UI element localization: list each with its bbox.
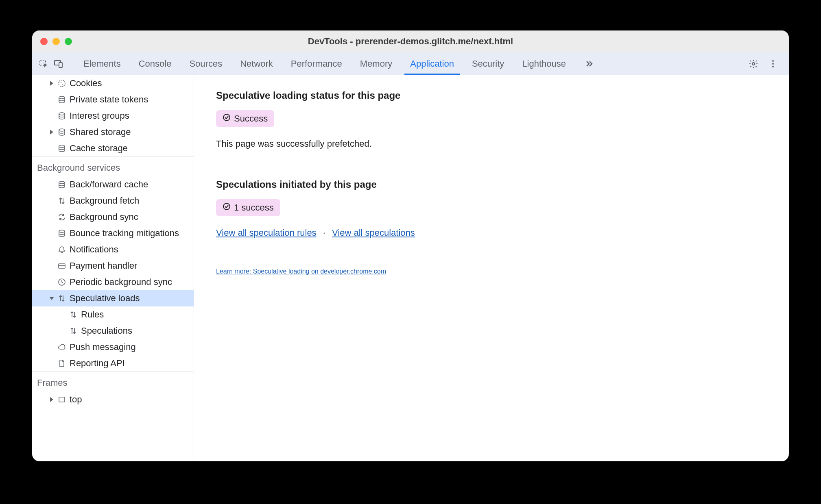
learn-more-link[interactable]: Learn more: Speculative loading on devel… <box>216 268 386 275</box>
panel-tabs: Elements Console Sources Network Perform… <box>74 52 745 75</box>
device-toggle-icon[interactable] <box>52 58 65 70</box>
view-rules-link[interactable]: View all speculation rules <box>216 228 317 238</box>
sidebar-item-label: Speculative loads <box>70 293 140 304</box>
sidebar-item-label: Background sync <box>70 212 138 222</box>
svg-point-13 <box>59 145 65 148</box>
database-icon <box>57 144 66 153</box>
sidebar-item-label: Reporting API <box>70 358 125 369</box>
svg-point-14 <box>59 181 65 184</box>
svg-rect-2 <box>59 63 62 67</box>
svg-point-12 <box>59 129 65 131</box>
status-badge: Success <box>216 110 274 127</box>
zoom-button[interactable] <box>65 38 72 45</box>
check-circle-icon <box>223 202 231 213</box>
status-description: This page was successfully prefetched. <box>216 139 767 149</box>
sidebar-item-label: Private state tokens <box>70 94 148 105</box>
sidebar-item-label: Cookies <box>70 78 102 89</box>
sync-icon <box>57 213 66 222</box>
separator-dot: · <box>323 228 325 238</box>
sidebar-item-cache-storage[interactable]: Cache storage <box>32 140 194 156</box>
close-button[interactable] <box>40 38 48 45</box>
database-icon <box>57 95 66 104</box>
sidebar-item-label: Cache storage <box>70 143 128 154</box>
check-circle-icon <box>223 113 231 124</box>
sidebar-item-push[interactable]: Push messaging <box>32 339 194 355</box>
svg-point-11 <box>59 113 65 115</box>
sidebar-item-speculative[interactable]: Speculative loads <box>32 290 194 306</box>
sidebar-item-bg-fetch[interactable]: Background fetch <box>32 193 194 209</box>
tab-console[interactable]: Console <box>130 52 181 75</box>
tab-application[interactable]: Application <box>401 52 463 75</box>
svg-rect-18 <box>59 397 65 402</box>
sidebar-item-periodic[interactable]: Periodic background sync <box>32 274 194 290</box>
sidebar-item-label: Background fetch <box>70 196 139 206</box>
database-icon <box>57 180 66 189</box>
sidebar-item-payment[interactable]: Payment handler <box>32 258 194 274</box>
sidebar-item-bounce[interactable]: Bounce tracking mitigations <box>32 225 194 241</box>
svg-point-10 <box>59 96 65 99</box>
status-badge-label: Success <box>234 113 268 124</box>
document-icon <box>57 359 66 368</box>
inspect-element-icon[interactable] <box>38 58 50 70</box>
sidebar-item-notifications[interactable]: Notifications <box>32 241 194 258</box>
more-icon[interactable] <box>767 58 779 70</box>
sidebar-item-reporting[interactable]: Reporting API <box>32 355 194 371</box>
initiated-badge-label: 1 success <box>234 202 274 213</box>
status-section: Speculative loading status for this page… <box>194 75 789 164</box>
sidebar-item-interest-groups[interactable]: Interest groups <box>32 108 194 124</box>
sidebar-item-label: Back/forward cache <box>70 179 148 190</box>
sidebar-item-speculations[interactable]: Speculations <box>32 323 194 339</box>
clock-icon <box>57 278 66 287</box>
sidebar-item-bfcache[interactable]: Back/forward cache <box>32 176 194 193</box>
sidebar-header-frames: Frames <box>32 371 194 391</box>
initiated-links: View all speculation rules · View all sp… <box>216 228 767 238</box>
tab-network[interactable]: Network <box>231 52 282 75</box>
minimize-button[interactable] <box>52 38 60 45</box>
sidebar-item-label: Payment handler <box>70 261 137 271</box>
sidebar-item-private-tokens[interactable]: Private state tokens <box>32 91 194 108</box>
devtools-toolbar: Elements Console Sources Network Perform… <box>32 52 789 75</box>
svg-point-7 <box>59 80 65 87</box>
sidebar-item-label: Rules <box>81 309 104 320</box>
tab-memory[interactable]: Memory <box>351 52 401 75</box>
sidebar-item-label: Interest groups <box>70 111 129 121</box>
application-sidebar: Cookies Private state tokens Interest gr… <box>32 75 194 461</box>
sidebar-item-top-frame[interactable]: top <box>32 391 194 408</box>
learn-more-section: Learn more: Speculative loading on devel… <box>194 253 789 290</box>
cloud-icon <box>57 343 66 352</box>
initiated-badge: 1 success <box>216 199 280 216</box>
sidebar-item-label: Shared storage <box>70 127 131 137</box>
sidebar-item-label: Push messaging <box>70 342 136 352</box>
svg-point-8 <box>61 82 61 83</box>
tab-security[interactable]: Security <box>463 52 513 75</box>
svg-rect-16 <box>59 264 65 268</box>
svg-point-9 <box>62 84 63 85</box>
titlebar: DevTools - prerender-demos.glitch.me/nex… <box>32 30 789 52</box>
svg-point-6 <box>772 66 774 67</box>
sidebar-item-label: Notifications <box>70 244 118 255</box>
svg-point-5 <box>772 63 774 65</box>
tab-sources[interactable]: Sources <box>180 52 231 75</box>
cookie-icon <box>57 79 66 88</box>
tab-overflow-icon[interactable] <box>575 52 603 75</box>
sidebar-item-rules[interactable]: Rules <box>32 306 194 323</box>
card-icon <box>57 261 66 270</box>
sidebar-item-label: top <box>70 394 82 405</box>
sidebar-item-label: Periodic background sync <box>70 277 172 287</box>
sidebar-item-bg-sync[interactable]: Background sync <box>32 209 194 225</box>
initiated-section: Speculations initiated by this page 1 su… <box>194 164 789 253</box>
svg-point-3 <box>752 63 755 65</box>
panel-body: Cookies Private state tokens Interest gr… <box>32 75 789 461</box>
tab-performance[interactable]: Performance <box>282 52 351 75</box>
sidebar-item-shared-storage[interactable]: Shared storage <box>32 124 194 140</box>
status-title: Speculative loading status for this page <box>216 90 767 101</box>
settings-icon[interactable] <box>747 58 760 70</box>
tab-elements[interactable]: Elements <box>74 52 130 75</box>
sidebar-item-cookies[interactable]: Cookies <box>32 75 194 91</box>
tab-lighthouse[interactable]: Lighthouse <box>513 52 575 75</box>
database-icon <box>57 128 66 137</box>
frame-icon <box>57 395 66 404</box>
traffic-lights <box>40 38 72 45</box>
arrows-updown-icon <box>57 294 66 303</box>
view-speculations-link[interactable]: View all speculations <box>332 228 415 238</box>
